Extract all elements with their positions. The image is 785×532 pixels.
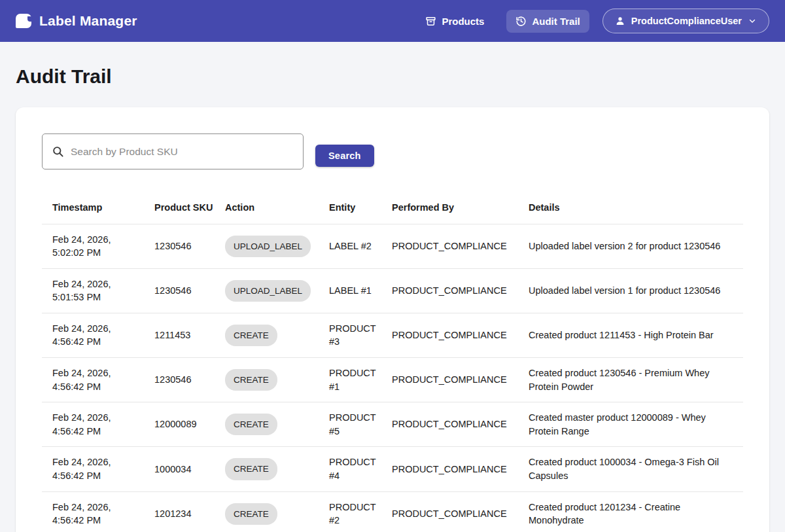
cell-sku: 1201234	[154, 491, 225, 532]
cell-action: CREATE	[225, 447, 329, 491]
cell-performed-by: PRODUCT_COMPLIANCE	[392, 358, 529, 402]
navbar-right: Products Audit Trail ProductComplianceUs…	[416, 9, 769, 33]
cell-details: Created product 1201234 - Creatine Monoh…	[529, 491, 743, 532]
cell-timestamp: Feb 24, 2026, 4:56:42 PM	[42, 358, 154, 402]
cell-action: UPLOAD_LABEL	[225, 268, 329, 313]
search-field	[42, 133, 304, 169]
cell-timestamp: Feb 24, 2026, 5:01:53 PM	[42, 268, 154, 313]
cell-action: CREATE	[225, 402, 329, 447]
cell-timestamp: Feb 24, 2026, 4:56:42 PM	[42, 402, 154, 447]
action-badge: CREATE	[225, 503, 277, 525]
app-logo-icon	[16, 14, 31, 28]
products-box-icon	[425, 16, 436, 27]
cell-details: Created master product 12000089 - Whey P…	[529, 402, 743, 447]
cell-entity: PRODUCT #1	[329, 358, 392, 402]
search-input[interactable]	[71, 146, 294, 158]
cell-sku: 1211453	[154, 313, 225, 357]
cell-timestamp: Feb 24, 2026, 4:56:42 PM	[42, 313, 154, 357]
history-icon	[515, 16, 527, 27]
header-product-sku: Product SKU	[154, 196, 225, 224]
cell-performed-by: PRODUCT_COMPLIANCE	[392, 447, 529, 491]
cell-details: Created product 1000034 - Omega-3 Fish O…	[529, 447, 743, 491]
action-badge: CREATE	[225, 458, 277, 480]
action-badge: CREATE	[225, 325, 277, 346]
cell-entity: PRODUCT #3	[329, 313, 392, 357]
cell-entity: PRODUCT #4	[329, 447, 392, 491]
brand[interactable]: Label Manager	[16, 13, 137, 29]
cell-performed-by: PRODUCT_COMPLIANCE	[392, 402, 529, 447]
user-menu-label: ProductComplianceUser	[631, 16, 742, 26]
header-details: Details	[529, 196, 743, 224]
cell-details: Uploaded label version 1 for product 123…	[529, 268, 743, 313]
action-badge: UPLOAD_LABEL	[225, 280, 311, 302]
table-header-row: Timestamp Product SKU Action Entity Perf…	[42, 196, 743, 224]
cell-timestamp: Feb 24, 2026, 5:02:02 PM	[42, 224, 154, 268]
cell-entity: PRODUCT #2	[329, 491, 392, 532]
header-entity: Entity	[329, 196, 392, 224]
action-badge: UPLOAD_LABEL	[225, 236, 311, 257]
cell-action: UPLOAD_LABEL	[225, 224, 329, 268]
user-icon	[615, 16, 625, 26]
cell-performed-by: PRODUCT_COMPLIANCE	[392, 268, 529, 313]
audit-trail-card: Search Timestamp Product SKU Action Enti…	[16, 107, 769, 532]
cell-performed-by: PRODUCT_COMPLIANCE	[392, 224, 529, 268]
cell-sku: 1230546	[154, 358, 225, 402]
cell-performed-by: PRODUCT_COMPLIANCE	[392, 491, 529, 532]
search-icon	[52, 145, 64, 158]
search-button[interactable]: Search	[315, 145, 374, 167]
cell-action: CREATE	[225, 491, 329, 532]
top-navbar: Label Manager Products Audit Trail	[0, 0, 785, 42]
table-row: Feb 24, 2026, 4:56:42 PM 1000034 CREATE …	[42, 447, 743, 491]
cell-sku: 1230546	[154, 268, 225, 313]
cell-entity: LABEL #2	[329, 224, 392, 268]
header-performed-by: Performed By	[392, 196, 529, 224]
cell-performed-by: PRODUCT_COMPLIANCE	[392, 313, 529, 357]
table-row: Feb 24, 2026, 4:56:42 PM 1230546 CREATE …	[42, 358, 743, 402]
cell-entity: PRODUCT #5	[329, 402, 392, 447]
nav-item-products-label: Products	[442, 16, 484, 27]
page-title: Audit Trail	[16, 65, 769, 88]
cell-details: Uploaded label version 2 for product 123…	[529, 224, 743, 268]
search-row: Search	[42, 133, 743, 169]
table-row: Feb 24, 2026, 5:01:53 PM 1230546 UPLOAD_…	[42, 268, 743, 313]
table-row: Feb 24, 2026, 4:56:42 PM 12000089 CREATE…	[42, 402, 743, 447]
cell-action: CREATE	[225, 313, 329, 357]
table-row: Feb 24, 2026, 4:56:42 PM 1201234 CREATE …	[42, 491, 743, 532]
cell-action: CREATE	[225, 358, 329, 402]
audit-trail-table: Timestamp Product SKU Action Entity Perf…	[42, 196, 743, 532]
cell-sku: 12000089	[154, 402, 225, 447]
header-action: Action	[225, 196, 329, 224]
table-row: Feb 24, 2026, 5:02:02 PM 1230546 UPLOAD_…	[42, 224, 743, 268]
cell-details: Created product 1230546 - Premium Whey P…	[529, 358, 743, 402]
nav-item-products[interactable]: Products	[416, 10, 493, 33]
nav-item-audit-trail[interactable]: Audit Trail	[506, 10, 589, 33]
nav-item-audit-trail-label: Audit Trail	[532, 16, 580, 27]
cell-sku: 1000034	[154, 447, 225, 491]
header-timestamp: Timestamp	[42, 196, 154, 224]
cell-details: Created product 1211453 - High Protein B…	[529, 313, 743, 357]
chevron-down-icon	[748, 16, 757, 26]
brand-title: Label Manager	[39, 13, 137, 29]
user-menu-button[interactable]: ProductComplianceUser	[602, 9, 769, 33]
action-badge: CREATE	[225, 369, 277, 391]
cell-timestamp: Feb 24, 2026, 4:56:42 PM	[42, 491, 154, 532]
cell-sku: 1230546	[154, 224, 225, 268]
cell-entity: LABEL #1	[329, 268, 392, 313]
table-row: Feb 24, 2026, 4:56:42 PM 1211453 CREATE …	[42, 313, 743, 357]
cell-timestamp: Feb 24, 2026, 4:56:42 PM	[42, 447, 154, 491]
action-badge: CREATE	[225, 414, 277, 435]
